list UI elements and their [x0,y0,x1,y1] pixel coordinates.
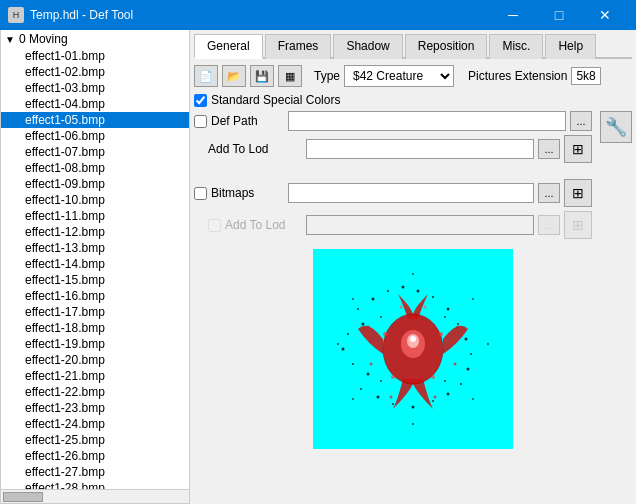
svg-point-0 [372,298,375,301]
tree-item[interactable]: effect1-20.bmp [1,352,189,368]
svg-point-31 [337,343,339,345]
grid-button[interactable]: ▦ [278,65,302,87]
tree-item[interactable]: effect1-23.bmp [1,400,189,416]
pictures-ext-value: 5k8 [571,67,600,85]
def-path-label: Def Path [194,114,284,128]
standard-special-colors-label: Standard Special Colors [211,93,340,107]
wrench-button[interactable]: 🔧 [600,111,632,143]
svg-point-40 [383,332,387,336]
bitmaps-row: Bitmaps ... ⊞ [194,179,592,207]
tree-expand-icon[interactable]: ▼ [5,34,15,45]
pictures-ext-label: Pictures Extension [468,69,567,83]
tab-shadow[interactable]: Shadow [333,34,402,59]
tree-item[interactable]: effect1-10.bmp [1,192,189,208]
tree-item[interactable]: effect1-07.bmp [1,144,189,160]
bitmaps-browse-button[interactable]: ... [538,183,560,203]
form-section: Def Path ... Add To Lod ... ⊞ [194,111,632,239]
svg-point-26 [444,380,446,382]
add-to-lod-row: Add To Lod ... ⊞ [194,135,592,163]
minimize-button[interactable]: ─ [490,0,536,30]
svg-point-29 [352,398,354,400]
tree-item[interactable]: effect1-22.bmp [1,384,189,400]
tree-item[interactable]: effect1-11.bmp [1,208,189,224]
title-bar: H Temp.hdl - Def Tool ─ □ ✕ [0,0,636,30]
add-to-lod-action-button[interactable]: ⊞ [564,135,592,163]
tree-panel: ▼ 0 Moving effect1-01.bmpeffect1-02.bmpe… [0,30,190,504]
tree-item[interactable]: effect1-16.bmp [1,288,189,304]
tab-bar: General Frames Shadow Reposition Misc. H… [194,34,632,59]
hscroll-thumb[interactable] [3,492,43,502]
tree-item[interactable]: effect1-21.bmp [1,368,189,384]
tab-help[interactable]: Help [545,34,596,59]
tree-item[interactable]: effect1-19.bmp [1,336,189,352]
bitmaps-add-to-lod-checkbox[interactable] [208,219,221,232]
tree-item[interactable]: effect1-06.bmp [1,128,189,144]
add-to-lod-browse-button[interactable]: ... [538,139,560,159]
tree-item[interactable]: effect1-12.bmp [1,224,189,240]
tree-item[interactable]: effect1-24.bmp [1,416,189,432]
bitmaps-add-to-lod-row: Add To Lod ... ⊞ [194,211,592,239]
tree-item[interactable]: effect1-17.bmp [1,304,189,320]
svg-point-50 [390,396,393,399]
tab-misc[interactable]: Misc. [489,34,543,59]
tree-item[interactable]: effect1-09.bmp [1,176,189,192]
svg-point-27 [352,298,354,300]
svg-point-23 [380,316,382,318]
tree-item[interactable]: effect1-13.bmp [1,240,189,256]
type-select[interactable]: $42 Creature [344,65,454,87]
tree-item[interactable]: effect1-04.bmp [1,96,189,112]
standard-special-colors-checkbox[interactable] [194,94,207,107]
svg-point-16 [467,368,470,371]
creature-preview [313,249,513,449]
bitmaps-add-to-lod-input[interactable] [306,215,534,235]
tree-scroll[interactable]: ▼ 0 Moving effect1-01.bmpeffect1-02.bmpe… [1,30,189,489]
tree-root[interactable]: ▼ 0 Moving [1,30,189,48]
def-path-input[interactable] [288,111,566,131]
tab-frames[interactable]: Frames [265,34,332,59]
tree-item[interactable]: effect1-28.bmp [1,480,189,489]
close-button[interactable]: ✕ [582,0,628,30]
app-icon: H [8,7,24,23]
svg-point-13 [432,400,434,402]
form-left: Def Path ... Add To Lod ... ⊞ [194,111,592,239]
bitmaps-action-button[interactable]: ⊞ [564,179,592,207]
svg-point-34 [412,423,414,425]
bitmaps-input[interactable] [288,183,534,203]
tree-item[interactable]: effect1-25.bmp [1,432,189,448]
tree-item[interactable]: effect1-08.bmp [1,160,189,176]
tree-item[interactable]: effect1-15.bmp [1,272,189,288]
save-button[interactable]: 💾 [250,65,274,87]
add-to-lod-input[interactable] [306,139,534,159]
svg-point-24 [444,316,446,318]
tree-item[interactable]: effect1-26.bmp [1,448,189,464]
window-title: Temp.hdl - Def Tool [30,8,133,22]
svg-point-4 [362,323,365,326]
svg-point-11 [392,403,394,405]
folder-button[interactable]: 📂 [222,65,246,87]
tab-general[interactable]: General [194,34,263,59]
tree-item[interactable]: effect1-14.bmp [1,256,189,272]
tree-item[interactable]: effect1-01.bmp [1,48,189,64]
tree-item[interactable]: effect1-18.bmp [1,320,189,336]
svg-point-49 [454,363,457,366]
bitmaps-add-to-lod-browse-button[interactable]: ... [538,215,560,235]
svg-point-9 [360,388,362,390]
maximize-button[interactable]: □ [536,0,582,30]
tree-item[interactable]: effect1-02.bmp [1,64,189,80]
svg-point-44 [400,306,403,309]
def-path-checkbox[interactable] [194,115,207,128]
tab-reposition[interactable]: Reposition [405,34,488,59]
bitmaps-checkbox[interactable] [194,187,207,200]
bitmaps-add-to-lod-action-button[interactable]: ⊞ [564,211,592,239]
doc-button[interactable]: 📄 [194,65,218,87]
tree-item[interactable]: effect1-05.bmp [1,112,189,128]
tree-item[interactable]: effect1-27.bmp [1,464,189,480]
svg-point-1 [387,290,389,292]
horizontal-scrollbar[interactable] [1,489,189,503]
svg-point-32 [487,343,489,345]
wrench-area: 🔧 [600,111,632,239]
svg-point-41 [439,332,443,336]
bitmaps-label: Bitmaps [194,186,284,200]
def-path-browse-button[interactable]: ... [570,111,592,131]
tree-item[interactable]: effect1-03.bmp [1,80,189,96]
